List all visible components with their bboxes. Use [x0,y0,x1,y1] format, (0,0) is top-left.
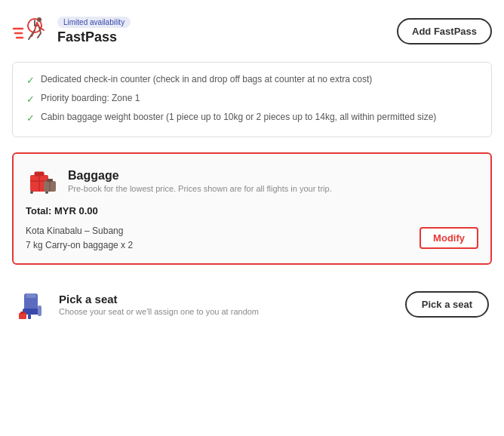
svg-rect-19 [28,315,31,319]
baggage-subtitle: Pre-book for the lowest price. Prices sh… [68,184,332,193]
baggage-detail: 7 kg Carry-on baggage x 2 [26,238,133,253]
baggage-text-group: Baggage Pre-book for the lowest price. P… [68,169,332,193]
svg-point-11 [30,191,33,194]
baggage-total-label: Total: [26,205,54,216]
seat-text-group: Pick a seat Choose your seat or we'll as… [59,293,259,316]
pick-seat-button[interactable]: Pick a seat [405,291,489,318]
add-fastpass-button[interactable]: Add FastPass [397,18,492,45]
baggage-section: Baggage Pre-book for the lowest price. P… [12,152,492,265]
seat-title: Pick a seat [59,293,259,306]
baggage-route: Kota Kinabalu – Subang [26,224,133,238]
feature-item: ✓ Dedicated check-in counter (check in a… [26,73,478,88]
baggage-details-row: Kota Kinabalu – Subang 7 kg Carry-on bag… [26,224,478,253]
baggage-total: Total: MYR 0.00 [26,205,478,216]
check-icon: ✓ [26,74,35,88]
svg-rect-20 [26,293,36,298]
feature-text-1: Dedicated check-in counter (check in and… [41,73,372,86]
svg-rect-21 [19,313,26,319]
fastpass-title: FastPass [57,29,131,45]
check-icon: ✓ [26,93,35,106]
seat-icon [15,287,50,322]
features-box: ✓ Dedicated check-in counter (check in a… [12,62,492,137]
seat-left: Pick a seat Choose your seat or we'll as… [15,287,259,322]
svg-rect-22 [20,312,25,314]
feature-item: ✓ Priority boarding: Zone 1 [26,92,478,106]
fastpass-section: Limited availability FastPass Add FastPa… [12,12,492,50]
limited-availability-badge: Limited availability [57,17,131,28]
fastpass-icon [12,12,50,50]
feature-item: ✓ Cabin baggage weight booster (1 piece … [26,111,478,125]
baggage-route-info: Kota Kinabalu – Subang 7 kg Carry-on bag… [26,224,133,253]
baggage-icon [26,164,59,198]
baggage-title: Baggage [68,169,332,183]
svg-rect-18 [38,306,41,316]
check-icon: ✓ [26,112,35,125]
baggage-total-value: MYR 0.00 [54,205,98,216]
svg-point-6 [37,17,41,22]
seat-subtitle: Choose your seat or we'll assign one to … [59,307,259,316]
feature-text-3: Cabin baggage weight booster (1 piece up… [41,111,436,124]
fastpass-left: Limited availability FastPass [12,12,131,50]
seat-section: Pick a seat Choose your seat or we'll as… [12,280,492,330]
feature-text-2: Priority boarding: Zone 1 [41,92,140,105]
baggage-header: Baggage Pre-book for the lowest price. P… [26,164,478,198]
fastpass-info: Limited availability FastPass [57,17,131,45]
modify-button[interactable]: Modify [419,227,478,249]
